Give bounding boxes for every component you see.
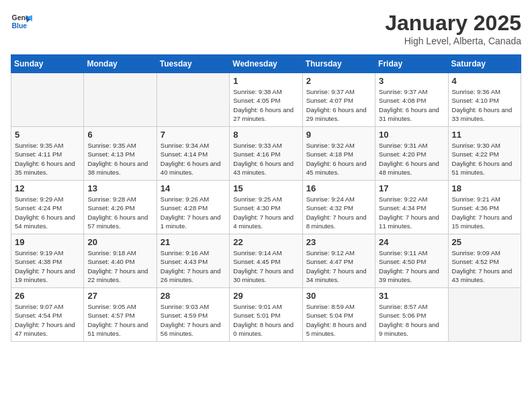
day-info: Sunrise: 9:05 AM Sunset: 4:57 PM Dayligh…	[87, 302, 152, 338]
calendar-table: SundayMondayTuesdayWednesdayThursdayFrid…	[11, 54, 521, 342]
location-subtitle: High Level, Alberta, Canada	[385, 36, 521, 46]
calendar-week-row: 12Sunrise: 9:29 AM Sunset: 4:24 PM Dayli…	[11, 181, 521, 234]
calendar-day-cell: 21Sunrise: 9:16 AM Sunset: 4:43 PM Dayli…	[157, 234, 229, 288]
day-info: Sunrise: 9:34 AM Sunset: 4:14 PM Dayligh…	[161, 141, 226, 177]
calendar-day-cell: 17Sunrise: 9:22 AM Sunset: 4:34 PM Dayli…	[375, 181, 448, 234]
calendar-day-cell: 6Sunrise: 9:35 AM Sunset: 4:13 PM Daylig…	[84, 127, 157, 181]
day-number: 9	[306, 130, 371, 140]
calendar-day-cell: 23Sunrise: 9:12 AM Sunset: 4:47 PM Dayli…	[302, 234, 375, 288]
calendar-day-cell: 26Sunrise: 9:07 AM Sunset: 4:54 PM Dayli…	[11, 288, 84, 342]
day-number: 5	[15, 130, 80, 140]
day-info: Sunrise: 9:35 AM Sunset: 4:11 PM Dayligh…	[15, 141, 80, 177]
day-info: Sunrise: 9:07 AM Sunset: 4:54 PM Dayligh…	[15, 302, 80, 338]
day-info: Sunrise: 9:25 AM Sunset: 4:30 PM Dayligh…	[233, 195, 298, 230]
calendar-day-cell: 8Sunrise: 9:33 AM Sunset: 4:16 PM Daylig…	[230, 127, 302, 181]
calendar-day-cell: 12Sunrise: 9:29 AM Sunset: 4:24 PM Dayli…	[11, 181, 84, 234]
day-number: 6	[87, 130, 152, 140]
day-info: Sunrise: 9:19 AM Sunset: 4:38 PM Dayligh…	[15, 248, 80, 284]
calendar-day-cell: 29Sunrise: 9:01 AM Sunset: 5:01 PM Dayli…	[230, 288, 302, 342]
day-info: Sunrise: 9:38 AM Sunset: 4:05 PM Dayligh…	[233, 87, 298, 123]
calendar-day-cell: 25Sunrise: 9:09 AM Sunset: 4:52 PM Dayli…	[448, 234, 521, 288]
day-number: 13	[87, 183, 152, 193]
day-number: 1	[233, 76, 298, 86]
day-number: 25	[452, 237, 517, 247]
calendar-day-cell	[157, 73, 229, 127]
day-number: 29	[233, 291, 298, 301]
day-number: 11	[452, 130, 517, 140]
day-number: 31	[379, 291, 444, 301]
weekday-header-thursday: Thursday	[302, 55, 375, 73]
day-number: 19	[15, 237, 80, 247]
day-number: 2	[306, 76, 371, 86]
calendar-day-cell: 24Sunrise: 9:11 AM Sunset: 4:50 PM Dayli…	[375, 234, 448, 288]
calendar-day-cell: 1Sunrise: 9:38 AM Sunset: 4:05 PM Daylig…	[230, 73, 302, 127]
day-info: Sunrise: 9:01 AM Sunset: 5:01 PM Dayligh…	[233, 302, 298, 338]
month-year-title: January 2025	[385, 11, 521, 36]
day-info: Sunrise: 9:35 AM Sunset: 4:13 PM Dayligh…	[87, 141, 152, 177]
day-info: Sunrise: 9:14 AM Sunset: 4:45 PM Dayligh…	[233, 248, 298, 284]
day-info: Sunrise: 9:31 AM Sunset: 4:20 PM Dayligh…	[379, 141, 444, 177]
svg-text:Blue: Blue	[12, 22, 28, 30]
day-number: 12	[15, 183, 80, 193]
calendar-day-cell: 2Sunrise: 9:37 AM Sunset: 4:07 PM Daylig…	[302, 73, 375, 127]
calendar-day-cell: 5Sunrise: 9:35 AM Sunset: 4:11 PM Daylig…	[11, 127, 84, 181]
calendar-day-cell: 18Sunrise: 9:21 AM Sunset: 4:36 PM Dayli…	[448, 181, 521, 234]
weekday-header-friday: Friday	[375, 55, 448, 73]
day-number: 28	[161, 291, 226, 301]
day-number: 17	[379, 183, 444, 193]
logo-icon: General Blue	[11, 11, 32, 32]
calendar-day-cell	[11, 73, 84, 127]
day-number: 7	[161, 130, 226, 140]
calendar-day-cell: 3Sunrise: 9:37 AM Sunset: 4:08 PM Daylig…	[375, 73, 448, 127]
day-info: Sunrise: 9:03 AM Sunset: 4:59 PM Dayligh…	[161, 302, 226, 338]
day-number: 24	[379, 237, 444, 247]
calendar-week-row: 26Sunrise: 9:07 AM Sunset: 4:54 PM Dayli…	[11, 288, 521, 342]
day-info: Sunrise: 9:37 AM Sunset: 4:07 PM Dayligh…	[306, 87, 371, 123]
title-block: January 2025 High Level, Alberta, Canada	[385, 11, 521, 46]
day-number: 26	[15, 291, 80, 301]
day-info: Sunrise: 8:57 AM Sunset: 5:06 PM Dayligh…	[379, 302, 444, 338]
day-number: 3	[379, 76, 444, 86]
calendar-day-cell: 10Sunrise: 9:31 AM Sunset: 4:20 PM Dayli…	[375, 127, 448, 181]
day-info: Sunrise: 9:33 AM Sunset: 4:16 PM Dayligh…	[233, 141, 298, 177]
weekday-header-row: SundayMondayTuesdayWednesdayThursdayFrid…	[11, 55, 521, 73]
day-info: Sunrise: 9:37 AM Sunset: 4:08 PM Dayligh…	[379, 87, 444, 123]
day-number: 4	[452, 76, 517, 86]
calendar-week-row: 5Sunrise: 9:35 AM Sunset: 4:11 PM Daylig…	[11, 127, 521, 181]
day-info: Sunrise: 9:18 AM Sunset: 4:40 PM Dayligh…	[87, 248, 152, 284]
calendar-day-cell: 31Sunrise: 8:57 AM Sunset: 5:06 PM Dayli…	[375, 288, 448, 342]
weekday-header-saturday: Saturday	[448, 55, 521, 73]
day-number: 20	[87, 237, 152, 247]
calendar-day-cell: 20Sunrise: 9:18 AM Sunset: 4:40 PM Dayli…	[84, 234, 157, 288]
weekday-header-tuesday: Tuesday	[157, 55, 229, 73]
calendar-day-cell: 19Sunrise: 9:19 AM Sunset: 4:38 PM Dayli…	[11, 234, 84, 288]
day-number: 8	[233, 130, 298, 140]
calendar-day-cell	[448, 288, 521, 342]
day-info: Sunrise: 9:29 AM Sunset: 4:24 PM Dayligh…	[15, 195, 80, 230]
day-info: Sunrise: 9:30 AM Sunset: 4:22 PM Dayligh…	[452, 141, 517, 177]
day-info: Sunrise: 9:36 AM Sunset: 4:10 PM Dayligh…	[452, 87, 517, 123]
day-info: Sunrise: 9:21 AM Sunset: 4:36 PM Dayligh…	[452, 195, 517, 230]
calendar-day-cell: 15Sunrise: 9:25 AM Sunset: 4:30 PM Dayli…	[230, 181, 302, 234]
day-info: Sunrise: 9:24 AM Sunset: 4:32 PM Dayligh…	[306, 195, 371, 230]
day-number: 23	[306, 237, 371, 247]
calendar-day-cell: 13Sunrise: 9:28 AM Sunset: 4:26 PM Dayli…	[84, 181, 157, 234]
day-number: 21	[161, 237, 226, 247]
calendar-day-cell	[84, 73, 157, 127]
calendar-day-cell: 7Sunrise: 9:34 AM Sunset: 4:14 PM Daylig…	[157, 127, 229, 181]
day-info: Sunrise: 9:11 AM Sunset: 4:50 PM Dayligh…	[379, 248, 444, 284]
day-info: Sunrise: 9:12 AM Sunset: 4:47 PM Dayligh…	[306, 248, 371, 284]
page-header: General Blue January 2025 High Level, Al…	[11, 11, 521, 46]
calendar-week-row: 1Sunrise: 9:38 AM Sunset: 4:05 PM Daylig…	[11, 73, 521, 127]
weekday-header-monday: Monday	[84, 55, 157, 73]
day-info: Sunrise: 9:16 AM Sunset: 4:43 PM Dayligh…	[161, 248, 226, 284]
day-info: Sunrise: 9:28 AM Sunset: 4:26 PM Dayligh…	[87, 195, 152, 230]
logo: General Blue	[11, 11, 32, 32]
day-number: 18	[452, 183, 517, 193]
calendar-day-cell: 22Sunrise: 9:14 AM Sunset: 4:45 PM Dayli…	[230, 234, 302, 288]
calendar-day-cell: 9Sunrise: 9:32 AM Sunset: 4:18 PM Daylig…	[302, 127, 375, 181]
day-number: 14	[161, 183, 226, 193]
day-info: Sunrise: 9:26 AM Sunset: 4:28 PM Dayligh…	[161, 195, 226, 230]
weekday-header-sunday: Sunday	[11, 55, 84, 73]
calendar-day-cell: 11Sunrise: 9:30 AM Sunset: 4:22 PM Dayli…	[448, 127, 521, 181]
